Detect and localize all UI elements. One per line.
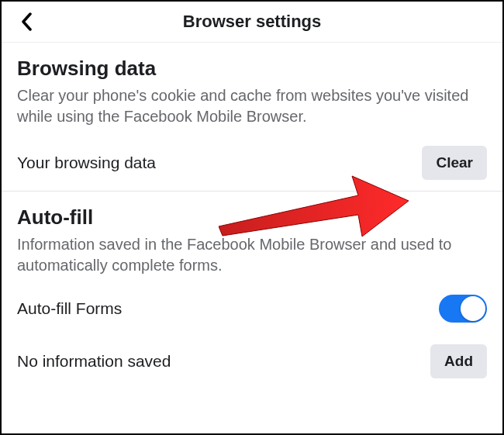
back-button[interactable] [16, 12, 39, 31]
page-title: Browser settings [183, 12, 322, 32]
add-button[interactable]: Add [430, 344, 487, 378]
header-bar: Browser settings [2, 2, 502, 43]
browsing-data-section: Browsing data Clear your phone's cookie … [2, 43, 502, 127]
no-info-label: No information saved [17, 352, 171, 371]
no-info-row: No information saved Add [2, 333, 502, 389]
autofill-forms-toggle[interactable] [439, 295, 487, 323]
back-chevron-icon [21, 12, 33, 31]
browsing-data-title: Browsing data [17, 57, 487, 81]
autofill-section: Auto-fill Information saved in the Faceb… [2, 192, 502, 276]
toggle-knob [461, 296, 485, 321]
autofill-title: Auto-fill [17, 205, 487, 230]
autofill-forms-label: Auto-fill Forms [17, 299, 122, 318]
clear-button[interactable]: Clear [422, 146, 487, 180]
browsing-data-row: Your browsing data Clear [2, 135, 502, 192]
autofill-description: Information saved in the Facebook Mobile… [17, 234, 487, 276]
browsing-data-description: Clear your phone's cookie and cache from… [17, 85, 487, 127]
browsing-data-label: Your browsing data [17, 154, 156, 172]
autofill-forms-row: Auto-fill Forms [2, 284, 502, 333]
